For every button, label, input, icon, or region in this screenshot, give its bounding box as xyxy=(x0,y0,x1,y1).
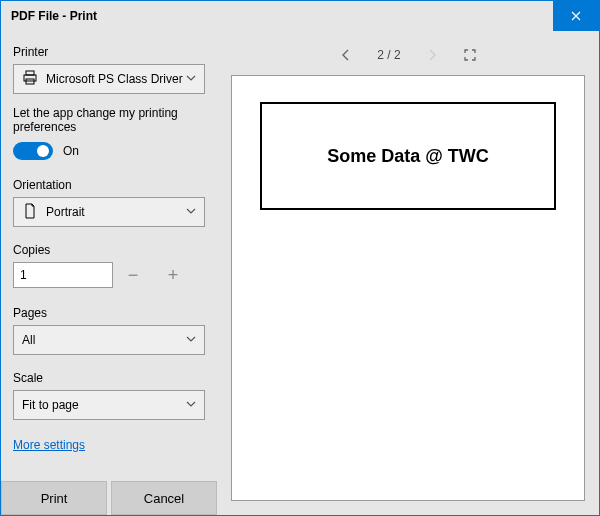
scale-label: Scale xyxy=(13,371,205,385)
window-title: PDF File - Print xyxy=(1,9,97,23)
print-dialog: PDF File - Print Printer Microsoft PS Cl… xyxy=(0,0,600,516)
toggle-state-label: On xyxy=(63,144,79,158)
close-icon xyxy=(571,11,581,21)
svg-rect-0 xyxy=(26,71,34,75)
titlebar: PDF File - Print xyxy=(1,1,599,31)
chevron-down-icon xyxy=(186,333,196,347)
printer-value: Microsoft PS Class Driver xyxy=(46,72,183,86)
scale-select[interactable]: Fit to page xyxy=(13,390,205,420)
print-button[interactable]: Print xyxy=(1,481,107,515)
pages-label: Pages xyxy=(13,306,205,320)
chevron-down-icon xyxy=(186,72,196,86)
cancel-button[interactable]: Cancel xyxy=(111,481,217,515)
fullscreen-button[interactable] xyxy=(463,48,477,62)
chevron-down-icon xyxy=(186,398,196,412)
copies-input[interactable] xyxy=(13,262,113,288)
document-text: Some Data @ TWC xyxy=(327,146,489,167)
printer-label: Printer xyxy=(13,45,205,59)
pages-value: All xyxy=(22,333,35,347)
copies-label: Copies xyxy=(13,243,205,257)
prev-page-button[interactable] xyxy=(339,48,353,62)
fullscreen-icon xyxy=(463,48,477,62)
printer-select[interactable]: Microsoft PS Class Driver xyxy=(13,64,205,94)
printer-icon xyxy=(22,70,38,89)
next-page-button[interactable] xyxy=(425,48,439,62)
arrow-left-icon xyxy=(339,48,353,62)
arrow-right-icon xyxy=(425,48,439,62)
preview-page: Some Data @ TWC xyxy=(231,75,585,501)
dialog-body: Printer Microsoft PS Class Driver Let th… xyxy=(1,31,599,515)
scale-value: Fit to page xyxy=(22,398,79,412)
pages-select[interactable]: All xyxy=(13,325,205,355)
page-icon xyxy=(22,203,38,222)
preferences-text: Let the app change my printing preferenc… xyxy=(13,106,205,134)
preview-pane: 2 / 2 Some Data @ TWC xyxy=(217,31,599,515)
preview-nav: 2 / 2 xyxy=(231,41,585,69)
copies-decrement[interactable]: − xyxy=(113,262,153,288)
page-indicator: 2 / 2 xyxy=(377,48,400,62)
copies-increment[interactable]: + xyxy=(153,262,193,288)
orientation-value: Portrait xyxy=(46,205,85,219)
document-content-box: Some Data @ TWC xyxy=(260,102,556,210)
orientation-label: Orientation xyxy=(13,178,205,192)
close-button[interactable] xyxy=(553,1,599,31)
dialog-footer: Print Cancel xyxy=(1,481,217,515)
preferences-toggle[interactable] xyxy=(13,142,53,160)
settings-panel: Printer Microsoft PS Class Driver Let th… xyxy=(1,31,217,515)
chevron-down-icon xyxy=(186,205,196,219)
more-settings-link[interactable]: More settings xyxy=(13,438,205,452)
toggle-knob xyxy=(37,145,49,157)
orientation-select[interactable]: Portrait xyxy=(13,197,205,227)
